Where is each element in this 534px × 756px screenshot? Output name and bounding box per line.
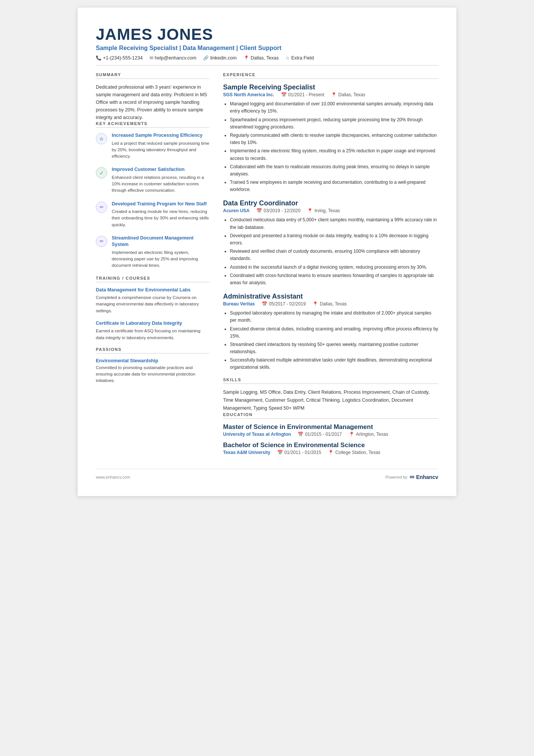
bullet: Successfully balanced multiple administr…	[230, 357, 438, 371]
bullet: Assisted in the successful launch of a d…	[230, 264, 438, 271]
calendar-icon: 📅	[256, 208, 262, 213]
edu-location-2: 📍 College Station, Texas	[328, 450, 380, 455]
achievement-desc-4: Implemented an electronic filing system,…	[112, 249, 209, 269]
job-title-3: Administrative Assistant	[223, 293, 438, 301]
achievement-title-2: Improved Customer Satisfaction	[112, 166, 209, 173]
job-1: Sample Receiving Specialist SGS North Am…	[223, 83, 438, 193]
edu-location-1: 📍 Arlington, Texas	[349, 432, 388, 437]
contact-email: ✉ help@enhancv.com	[150, 55, 197, 61]
footer-website: www.enhancv.com	[96, 475, 130, 479]
linkedin-icon: 🔗	[203, 55, 209, 61]
job-company-2: Acuren USA	[223, 208, 250, 213]
achievement-icon-pencil-2: ✏	[96, 236, 107, 247]
achievement-title-3: Developed Training Program for New Staff	[112, 201, 209, 208]
calendar-icon: 📅	[281, 92, 287, 97]
skills-label: SKILLS	[223, 377, 438, 384]
location-pin-icon: 📍	[331, 92, 337, 97]
edu-1: Master of Science in Environmental Manag…	[223, 423, 438, 437]
skills-section: SKILLS Sample Logging, MS Office, Data E…	[223, 377, 438, 413]
summary-section: SUMMARY Dedicated professional with 3 ye…	[96, 72, 209, 121]
contact-bar: 📞 +1-(234)-555-1234 ✉ help@enhancv.com 🔗…	[96, 55, 438, 66]
bullet: Managed logging and documentation of ove…	[230, 100, 438, 115]
email-icon: ✉	[150, 55, 153, 61]
powered-by-text: Powered by	[386, 475, 408, 479]
main-content: SUMMARY Dedicated professional with 3 ye…	[96, 72, 438, 460]
edu-school-1: University of Texas at Arlington	[223, 432, 291, 437]
logo-text: Enhancv	[416, 474, 438, 480]
bullet: Developed and presented a training modul…	[230, 232, 438, 247]
footer-brand: Powered by ∞ Enhancv	[386, 473, 438, 481]
summary-label: SUMMARY	[96, 72, 209, 79]
contact-phone: 📞 +1-(234)-555-1234	[96, 55, 143, 61]
edu-date-1: 📅 01/2015 - 01/2017	[298, 432, 342, 437]
bullet: Collaborated with the team to reallocate…	[230, 163, 438, 178]
contact-linkedin: 🔗 linkedin.com	[203, 55, 236, 61]
logo-symbol: ∞	[410, 473, 415, 481]
bullet: Coordinated with cross-functional teams …	[230, 272, 438, 286]
star-icon: ☆	[286, 55, 290, 61]
location-pin-icon: 📍	[349, 432, 354, 437]
edu-degree-2: Bachelor of Science in Environmental Sci…	[223, 441, 438, 449]
achievement-desc-1: Led a project that reduced sample proces…	[112, 140, 209, 160]
passions-label: PASSIONS	[96, 347, 209, 354]
job-date-3: 📅 05/2017 - 02/2019	[262, 301, 306, 307]
right-column: EXPERIENCE Sample Receiving Specialist S…	[223, 72, 438, 460]
bullet: Executed diverse clerical duties, includ…	[230, 326, 438, 340]
job-bullets-2: Conducted meticulous data entry of 5,000…	[230, 216, 438, 286]
achievement-item: ☆ Increased Sample Processing Efficiency…	[96, 132, 209, 160]
job-location-3: 📍 Dallas, Texas	[312, 301, 347, 307]
job-company-1: SGS North America Inc.	[223, 92, 274, 97]
job-location-1: 📍 Dallas, Texas	[331, 92, 365, 97]
achievement-icon-pencil: ✏	[96, 202, 107, 213]
bullet: Trained 5 new employees in sample receiv…	[230, 179, 438, 193]
location-pin-icon: 📍	[312, 301, 318, 307]
achievement-item: ✏ Streamlined Document Management System…	[96, 235, 209, 269]
edu-school-2: Texas A&M University	[223, 450, 270, 455]
achievement-title-1: Increased Sample Processing Efficiency	[112, 132, 209, 139]
edu-date-2: 📅 01/2011 - 01/2015	[277, 450, 321, 455]
training-section: TRAINING / COURSES Data Management for E…	[96, 276, 209, 341]
training-label: TRAINING / COURSES	[96, 276, 209, 282]
achievement-desc-3: Created a training module for new hires,…	[112, 208, 209, 228]
training-desc-2: Earned a certificate from ASQ focusing o…	[96, 328, 209, 341]
job-meta-1: SGS North America Inc. 📅 01/2021 - Prese…	[223, 92, 438, 97]
bullet: Streamlined client interactions by resol…	[230, 341, 438, 355]
passions-section: PASSIONS Environmental Stewardship Commi…	[96, 347, 209, 384]
passion-desc-1: Committed to promoting sustainable pract…	[96, 365, 209, 384]
phone-icon: 📞	[96, 55, 101, 61]
job-bullets-3: Supported laboratory operations by manag…	[230, 310, 438, 371]
achievement-icon-check: ✓	[96, 167, 107, 178]
candidate-title: Sample Receiving Specialist | Data Manag…	[96, 45, 438, 52]
location-pin-icon: 📍	[307, 208, 313, 213]
edu-2: Bachelor of Science in Environmental Sci…	[223, 441, 438, 455]
header: JAMES JONES Sample Receiving Specialist …	[96, 26, 438, 66]
achievement-item: ✓ Improved Customer Satisfaction Enhance…	[96, 166, 209, 194]
achievements-section: KEY ACHIEVEMENTS ☆ Increased Sample Proc…	[96, 121, 209, 269]
job-3: Administrative Assistant Bureau Veritas …	[223, 293, 438, 371]
training-title-1: Data Management for Environmental Labs	[96, 287, 209, 294]
job-2: Data Entry Coordinator Acuren USA 📅 03/2…	[223, 199, 438, 286]
achievement-item: ✏ Developed Training Program for New Sta…	[96, 201, 209, 228]
bullet: Reviewed and verified chain of custody d…	[230, 248, 438, 262]
location-icon: 📍	[244, 55, 249, 61]
skills-text: Sample Logging, MS Office, Data Entry, C…	[223, 388, 438, 413]
education-section: EDUCATION Master of Science in Environme…	[223, 412, 438, 455]
achievement-title-4: Streamlined Document Management System	[112, 235, 209, 248]
edu-meta-1: University of Texas at Arlington 📅 01/20…	[223, 432, 438, 437]
training-item-2: Certificate in Laboratory Data Integrity…	[96, 320, 209, 341]
experience-section: EXPERIENCE Sample Receiving Specialist S…	[223, 72, 438, 371]
achievement-icon-star: ☆	[96, 133, 107, 144]
training-desc-1: Completed a comprehensive course by Cour…	[96, 294, 209, 314]
calendar-icon: 📅	[298, 432, 303, 437]
job-date-2: 📅 03/2019 - 12/2020	[256, 208, 300, 213]
achievement-desc-2: Enhanced client relations process, resul…	[112, 174, 209, 194]
achievements-label: KEY ACHIEVEMENTS	[96, 121, 209, 128]
edu-meta-2: Texas A&M University 📅 01/2011 - 01/2015…	[223, 450, 438, 455]
job-title-1: Sample Receiving Specialist	[223, 83, 438, 91]
job-meta-3: Bureau Veritas 📅 05/2017 - 02/2019 📍 Dal…	[223, 301, 438, 307]
bullet: Conducted meticulous data entry of 5,000…	[230, 216, 438, 231]
training-title-2: Certificate in Laboratory Data Integrity	[96, 320, 209, 327]
calendar-icon: 📅	[262, 301, 267, 307]
bullet: Supported laboratory operations by manag…	[230, 310, 438, 324]
calendar-icon: 📅	[277, 450, 283, 455]
